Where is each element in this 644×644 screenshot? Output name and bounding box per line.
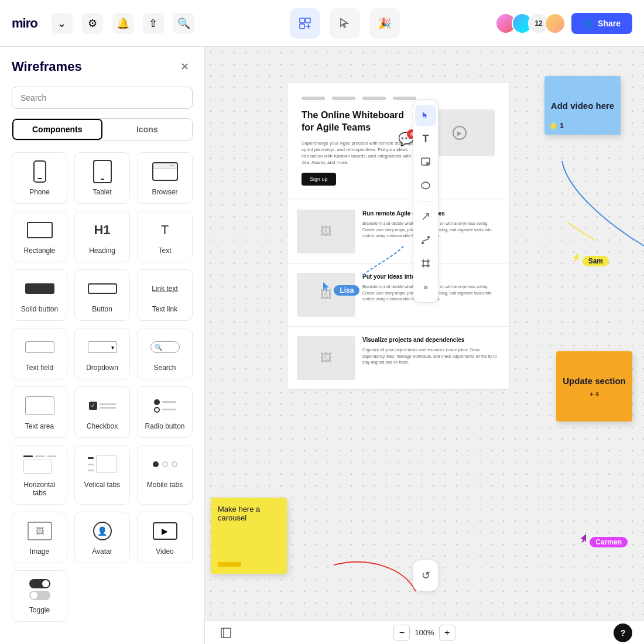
grid-tool[interactable]: [290, 8, 320, 39]
search-input[interactable]: [12, 87, 193, 109]
component-grid: Phone Tablet Browser Rectangle H1 Headin…: [12, 152, 193, 622]
cursor-lisa: Lisa: [322, 281, 359, 296]
component-browser[interactable]: Browser: [137, 152, 193, 204]
component-button[interactable]: Button: [74, 269, 130, 321]
tool-frame[interactable]: [415, 253, 436, 274]
component-toggle[interactable]: Toggle: [12, 570, 67, 622]
sticky-note-blue[interactable]: ⭐ 1 Add video here: [544, 76, 621, 135]
sticky-note-orange[interactable]: Update section + 4: [556, 351, 632, 422]
component-image[interactable]: 🖼 Image: [12, 512, 67, 563]
horizontal-tabs-preview: [22, 453, 57, 476]
upload-icon[interactable]: ⇧: [143, 13, 164, 34]
share-button[interactable]: 👤 Share: [571, 13, 632, 34]
component-label-radio-button: Radio button: [145, 422, 184, 430]
component-dropdown[interactable]: ▾ Dropdown: [74, 328, 130, 379]
dropdown-icon[interactable]: ⌄: [52, 13, 73, 34]
component-search[interactable]: 🔍 Search: [137, 328, 193, 379]
tool-arrow[interactable]: [415, 206, 436, 227]
component-label-search: Search: [153, 364, 176, 372]
cursor-tool[interactable]: [330, 8, 360, 39]
wf-section-1-img: 🖼: [297, 210, 355, 254]
tool-more[interactable]: »: [415, 276, 436, 297]
component-tablet[interactable]: Tablet: [74, 152, 130, 204]
search-icon[interactable]: 🔍: [173, 13, 194, 34]
wf-nav-line-1: [302, 97, 325, 100]
component-mobile-tabs[interactable]: Mobile tabs: [137, 445, 193, 505]
zoom-in-button[interactable]: +: [439, 625, 455, 641]
component-checkbox[interactable]: ✓ Checkbox: [74, 386, 130, 438]
wf-nav: [302, 97, 495, 100]
component-label-text: Text: [158, 246, 171, 255]
component-heading[interactable]: H1 Heading: [74, 211, 130, 262]
close-button[interactable]: ✕: [176, 59, 193, 75]
zoom-controls: − 100% +: [393, 625, 455, 641]
mobile-tabs-preview: [148, 453, 183, 476]
zoom-out-button[interactable]: −: [393, 625, 410, 641]
sticky-yellow-bar: [218, 562, 241, 567]
svg-rect-13: [221, 628, 231, 638]
settings-icon[interactable]: ⚙: [82, 13, 103, 34]
component-label-vertical-tabs: Vetical tabs: [84, 481, 120, 489]
dropdown-preview: ▾: [85, 335, 120, 359]
wf-nav-line-2: [332, 97, 355, 100]
sub-toolbar: T »: [413, 100, 439, 303]
component-vertical-tabs[interactable]: Vetical tabs: [74, 445, 130, 505]
wf-section-3-desc: Organize all your project tasks and reso…: [362, 347, 499, 366]
tool-lasso[interactable]: [415, 175, 436, 196]
bell-icon[interactable]: 🔔: [112, 13, 133, 34]
tool-cursor[interactable]: [415, 105, 436, 126]
help-button[interactable]: ?: [614, 624, 632, 642]
component-solid-button[interactable]: Solid button: [12, 269, 67, 321]
tool-connector[interactable]: [415, 229, 436, 251]
component-label-checkbox: Checkbox: [87, 422, 118, 430]
solid-button-preview: [22, 277, 57, 300]
component-label-video: Video: [156, 547, 173, 556]
wf-play-button[interactable]: ▶: [453, 126, 467, 140]
tab-icons[interactable]: Icons: [102, 119, 193, 140]
text-preview: T: [148, 218, 183, 242]
component-text[interactable]: T Text: [137, 211, 193, 262]
component-video[interactable]: ▶ Video: [137, 512, 193, 563]
component-text-link[interactable]: Link text Text link: [137, 269, 193, 321]
cursor-sam-label: Sam: [583, 256, 609, 266]
wf-nav-line-4: [393, 97, 416, 100]
sidebar-title: Wireframes: [12, 59, 82, 74]
component-radio-button[interactable]: Radio button: [137, 386, 193, 438]
person-icon: 👤: [583, 19, 593, 28]
component-label-button: Button: [92, 305, 112, 313]
sticky-note-yellow[interactable]: Make here a carousel: [211, 498, 287, 574]
video-preview: ▶: [148, 519, 183, 543]
cursor-lisa-label: Lisa: [334, 285, 359, 296]
component-label-text-field: Text field: [26, 364, 53, 372]
component-avatar[interactable]: 👤 Avatar: [74, 512, 130, 563]
component-label-text-link: Text link: [152, 305, 177, 313]
sticky-orange-reactions: + 4: [590, 390, 599, 398]
svg-rect-5: [422, 158, 430, 165]
image-preview: 🖼: [22, 519, 57, 543]
cursor-sam: Sam: [570, 252, 609, 266]
component-label-rectangle: Rectangle: [23, 246, 55, 255]
canvas[interactable]: T » ↺: [205, 47, 644, 621]
wf-section-3-img: 🖼: [297, 336, 355, 380]
wf-signup-button[interactable]: Sign up: [302, 173, 336, 186]
checkbox-preview: ✓: [85, 394, 120, 417]
cursor-carmen-label: Carmen: [590, 537, 628, 547]
component-label-image: Image: [30, 547, 49, 556]
wf-section-2: 🖼 Put your ideas into action Brainstorm …: [287, 263, 509, 326]
party-tool[interactable]: 🎉: [369, 8, 400, 39]
component-rectangle[interactable]: Rectangle: [12, 211, 67, 262]
rectangle-preview: [22, 218, 57, 242]
tool-text[interactable]: T: [415, 128, 436, 149]
component-horizontal-tabs[interactable]: Horizontal tabs: [12, 445, 67, 505]
tool-sticky[interactable]: [415, 152, 436, 173]
component-text-area[interactable]: Text area: [12, 386, 67, 438]
header-right: 12 👤 Share: [495, 13, 632, 34]
wf-section-3: 🖼 Visualize projects and dependencies Or…: [287, 326, 509, 389]
panel-toggle-icon[interactable]: [217, 624, 235, 642]
tab-components[interactable]: Components: [12, 119, 102, 140]
tool-undo[interactable]: ↺: [415, 565, 436, 586]
button-preview: [85, 277, 120, 300]
component-text-field[interactable]: Text field: [12, 328, 67, 379]
component-phone[interactable]: Phone: [12, 152, 67, 204]
vertical-tabs-preview: [85, 453, 120, 476]
